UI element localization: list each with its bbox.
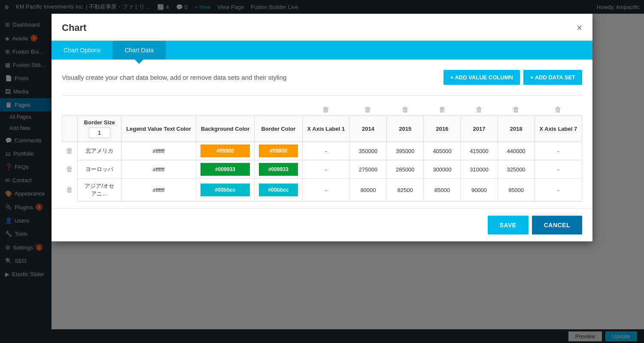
border-size-input[interactable]: [89, 127, 110, 138]
row1-legend-text-color[interactable]: #ffffff: [121, 142, 196, 160]
row3-bg-color-swatch[interactable]: #00bbcc: [200, 184, 250, 196]
row1-v2016[interactable]: 405000: [424, 142, 461, 160]
row1-x-axis-label[interactable]: -: [302, 142, 349, 160]
action-buttons: + ADD VALUE COLUMN + ADD DATA SET: [444, 70, 582, 85]
modal-body: Visually create your chart data below, a…: [52, 60, 592, 208]
header-bg-color: Background Color: [196, 116, 254, 142]
table-row: 🗑 北アメリカ #ffffff #ff9900 #ff9900 - 35: [62, 142, 582, 160]
modal-header: Chart ×: [52, 14, 592, 41]
empty-cell: [121, 104, 196, 116]
delete-row-icon-2[interactable]: 🗑: [66, 165, 73, 173]
close-button[interactable]: ×: [577, 23, 582, 33]
row1-bg-color-swatch[interactable]: #ff9900: [200, 144, 250, 157]
delete-column-icon-2[interactable]: 🗑: [365, 106, 371, 113]
modal-title: Chart: [62, 22, 86, 33]
delete-column-icon-5[interactable]: 🗑: [476, 106, 483, 113]
row3-v2017[interactable]: 90000: [461, 179, 498, 202]
data-table: 🗑 🗑 🗑 🗑 🗑 🗑 🗑 Border Siz: [62, 104, 582, 202]
row-delete-cell: 🗑: [62, 160, 78, 179]
row2-border-color-swatch[interactable]: #009933: [259, 163, 298, 176]
row2-v2018[interactable]: 325000: [498, 160, 535, 179]
row1-border-color-cell: #ff9900: [255, 142, 303, 160]
table-row: 🗑 アジア/オセアニ… #ffffff #00bbcc #00bbcc -: [62, 179, 582, 202]
delete-column-icon-3[interactable]: 🗑: [402, 106, 409, 113]
row3-v2014[interactable]: 80000: [349, 179, 386, 202]
header-2018: 2018: [498, 116, 535, 142]
row3-v2016[interactable]: 85000: [424, 179, 461, 202]
header-row-delete: [62, 116, 78, 142]
header-legend-text-color: Legend Value Text Color: [121, 116, 196, 142]
row2-x-axis-label7[interactable]: -: [535, 160, 582, 179]
cancel-button[interactable]: CANCEL: [532, 216, 582, 235]
row3-bg-color-cell: #00bbcc: [196, 179, 254, 202]
empty-cell: [62, 104, 78, 116]
row2-v2017[interactable]: 310000: [461, 160, 498, 179]
row-delete-cell: 🗑: [62, 179, 78, 202]
chart-modal: Chart × Chart Options Chart Data Visuall…: [52, 14, 592, 241]
row2-label[interactable]: ヨーロッパ: [78, 160, 121, 179]
row3-label[interactable]: アジア/オセアニ…: [78, 179, 121, 202]
tab-chart-data[interactable]: Chart Data: [112, 41, 166, 60]
add-data-set-button[interactable]: + ADD DATA SET: [523, 70, 582, 85]
header-border-color: Border Color: [255, 116, 303, 142]
delete-row-icon-3[interactable]: 🗑: [66, 186, 73, 193]
row2-bg-color-swatch[interactable]: #009933: [200, 163, 250, 176]
row2-v2015[interactable]: 285000: [387, 160, 424, 179]
row3-border-color-swatch[interactable]: #00bbcc: [259, 184, 298, 196]
row1-v2015[interactable]: 395000: [387, 142, 424, 160]
row-delete-cell: 🗑: [62, 142, 78, 160]
delete-column-icon-1[interactable]: 🗑: [322, 106, 329, 113]
row2-border-color-cell: #009933: [255, 160, 303, 179]
row1-v2017[interactable]: 415000: [461, 142, 498, 160]
empty-cell: [255, 104, 303, 116]
table-row: 🗑 ヨーロッパ #ffffff #009933 #009933 - 27: [62, 160, 582, 179]
save-button[interactable]: SAVE: [488, 216, 529, 235]
description-text: Visually create your chart data below, a…: [62, 74, 286, 81]
header-2016: 2016: [424, 116, 461, 142]
modal-overlay: Chart × Chart Options Chart Data Visuall…: [0, 0, 644, 343]
empty-cell: [78, 104, 121, 116]
row1-x-axis-label7[interactable]: -: [535, 142, 582, 160]
delete-column-icon-6[interactable]: 🗑: [513, 106, 519, 113]
row3-x-axis-label[interactable]: -: [302, 179, 349, 202]
delete-row-icon-1[interactable]: 🗑: [66, 147, 73, 154]
row2-x-axis-label[interactable]: -: [302, 160, 349, 179]
header-2015: 2015: [387, 116, 424, 142]
row3-x-axis-label7[interactable]: -: [535, 179, 582, 202]
row3-v2018[interactable]: 95000: [498, 179, 535, 202]
row2-v2016[interactable]: 300000: [424, 160, 461, 179]
row1-v2014[interactable]: 350000: [349, 142, 386, 160]
row3-legend-text-color[interactable]: #ffffff: [121, 179, 196, 202]
tab-chart-options[interactable]: Chart Options: [52, 41, 112, 60]
header-2014: 2014: [349, 116, 386, 142]
row3-v2015[interactable]: 82500: [387, 179, 424, 202]
data-table-wrapper: 🗑 🗑 🗑 🗑 🗑 🗑 🗑 Border Siz: [62, 104, 582, 202]
row2-legend-text-color[interactable]: #ffffff: [121, 160, 196, 179]
delete-column-icon-4[interactable]: 🗑: [439, 106, 446, 113]
modal-footer: SAVE CANCEL: [52, 208, 592, 241]
header-2017: 2017: [461, 116, 498, 142]
row2-bg-color-cell: #009933: [196, 160, 254, 179]
header-border-size: Border Size: [78, 116, 121, 142]
empty-cell: [196, 104, 254, 116]
divider: [62, 95, 582, 96]
modal-tabs: Chart Options Chart Data: [52, 41, 592, 60]
description-row: Visually create your chart data below, a…: [62, 70, 582, 85]
row1-v2018[interactable]: 440000: [498, 142, 535, 160]
row1-label[interactable]: 北アメリカ: [78, 142, 121, 160]
delete-column-icon-7[interactable]: 🗑: [555, 106, 562, 113]
delete-icon-row: 🗑 🗑 🗑 🗑 🗑 🗑 🗑: [62, 104, 582, 116]
row1-border-color-swatch[interactable]: #ff9900: [259, 144, 298, 157]
row2-v2014[interactable]: 275000: [349, 160, 386, 179]
add-value-column-button[interactable]: + ADD VALUE COLUMN: [444, 70, 520, 85]
row3-border-color-cell: #00bbcc: [255, 179, 303, 202]
table-header-row: Border Size Legend Value Text Color Back…: [62, 116, 582, 142]
header-x-axis-label1: X Axis Label 1: [302, 116, 349, 142]
row1-bg-color-cell: #ff9900: [196, 142, 254, 160]
header-x-axis-label7: X Axis Label 7: [535, 116, 582, 142]
